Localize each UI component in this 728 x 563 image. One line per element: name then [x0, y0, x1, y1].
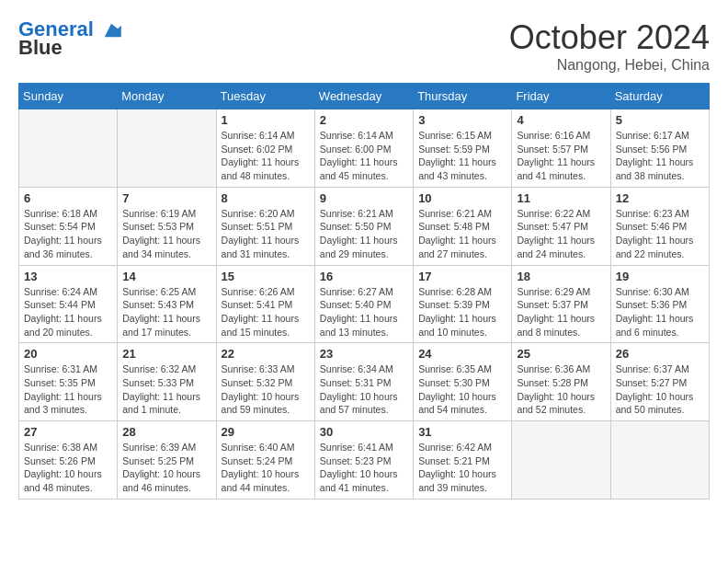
col-header-monday: Monday — [118, 84, 216, 109]
day-number: 28 — [122, 425, 210, 439]
day-info: Sunrise: 6:16 AMSunset: 5:57 PMDaylight:… — [517, 129, 605, 183]
day-info: Sunrise: 6:35 AMSunset: 5:30 PMDaylight:… — [418, 362, 506, 417]
calendar-cell: 16Sunrise: 6:27 AMSunset: 5:40 PMDayligh… — [314, 265, 413, 343]
day-number: 5 — [616, 113, 704, 127]
day-info: Sunrise: 6:31 AMSunset: 5:35 PMDaylight:… — [24, 362, 112, 417]
week-row-3: 13Sunrise: 6:24 AMSunset: 5:44 PMDayligh… — [19, 265, 710, 343]
day-number: 16 — [320, 270, 408, 283]
calendar-cell: 28Sunrise: 6:39 AMSunset: 5:25 PMDayligh… — [118, 421, 216, 500]
day-info: Sunrise: 6:34 AMSunset: 5:31 PMDaylight:… — [320, 362, 408, 417]
calendar-cell: 15Sunrise: 6:26 AMSunset: 5:41 PMDayligh… — [216, 265, 314, 343]
calendar-cell: 3Sunrise: 6:15 AMSunset: 5:59 PMDaylight… — [414, 109, 512, 188]
calendar-cell: 30Sunrise: 6:41 AMSunset: 5:23 PMDayligh… — [314, 421, 413, 500]
calendar-cell: 20Sunrise: 6:31 AMSunset: 5:35 PMDayligh… — [19, 343, 118, 421]
day-number: 20 — [24, 347, 112, 361]
day-number: 31 — [418, 425, 506, 439]
calendar-cell: 29Sunrise: 6:40 AMSunset: 5:24 PMDayligh… — [216, 421, 314, 500]
calendar-cell: 13Sunrise: 6:24 AMSunset: 5:44 PMDayligh… — [19, 265, 118, 343]
calendar-cell: 2Sunrise: 6:14 AMSunset: 6:00 PMDaylight… — [314, 109, 413, 188]
day-number: 26 — [616, 347, 704, 361]
calendar-cell: 24Sunrise: 6:35 AMSunset: 5:30 PMDayligh… — [414, 343, 512, 421]
calendar-cell — [19, 109, 118, 188]
day-number: 11 — [517, 191, 605, 205]
day-info: Sunrise: 6:27 AMSunset: 5:40 PMDaylight:… — [320, 285, 408, 339]
calendar-cell: 18Sunrise: 6:29 AMSunset: 5:37 PMDayligh… — [512, 265, 610, 343]
calendar-cell: 10Sunrise: 6:21 AMSunset: 5:48 PMDayligh… — [414, 187, 512, 265]
calendar-cell: 14Sunrise: 6:25 AMSunset: 5:43 PMDayligh… — [118, 265, 216, 343]
calendar-cell: 7Sunrise: 6:19 AMSunset: 5:53 PMDaylight… — [118, 187, 216, 265]
day-info: Sunrise: 6:20 AMSunset: 5:51 PMDaylight:… — [222, 207, 310, 261]
month-title: October 2024 — [509, 18, 710, 57]
logo-icon — [101, 22, 121, 39]
day-number: 23 — [320, 347, 408, 361]
day-info: Sunrise: 6:30 AMSunset: 5:36 PMDaylight:… — [616, 285, 704, 339]
day-number: 25 — [517, 347, 605, 361]
day-info: Sunrise: 6:25 AMSunset: 5:43 PMDaylight:… — [122, 285, 210, 339]
day-number: 24 — [418, 347, 506, 361]
day-info: Sunrise: 6:22 AMSunset: 5:47 PMDaylight:… — [517, 207, 605, 261]
day-number: 2 — [320, 113, 408, 127]
day-number: 9 — [320, 191, 408, 205]
day-number: 3 — [418, 113, 506, 127]
calendar-cell: 1Sunrise: 6:14 AMSunset: 6:02 PMDaylight… — [216, 109, 314, 188]
col-header-sunday: Sunday — [19, 84, 118, 109]
calendar-cell: 4Sunrise: 6:16 AMSunset: 5:57 PMDaylight… — [512, 109, 610, 188]
week-row-1: 1Sunrise: 6:14 AMSunset: 6:02 PMDaylight… — [19, 109, 710, 188]
calendar-cell: 25Sunrise: 6:36 AMSunset: 5:28 PMDayligh… — [512, 343, 610, 421]
day-info: Sunrise: 6:26 AMSunset: 5:41 PMDaylight:… — [222, 285, 310, 339]
day-number: 12 — [616, 191, 704, 205]
col-header-wednesday: Wednesday — [314, 84, 413, 109]
day-info: Sunrise: 6:14 AMSunset: 6:02 PMDaylight:… — [222, 129, 310, 183]
logo: General Blue — [18, 18, 121, 59]
day-info: Sunrise: 6:39 AMSunset: 5:25 PMDaylight:… — [122, 441, 210, 495]
day-info: Sunrise: 6:18 AMSunset: 5:54 PMDaylight:… — [24, 207, 112, 261]
day-info: Sunrise: 6:19 AMSunset: 5:53 PMDaylight:… — [122, 207, 210, 261]
calendar-cell — [118, 109, 216, 188]
week-row-5: 27Sunrise: 6:38 AMSunset: 5:26 PMDayligh… — [19, 421, 710, 500]
col-header-friday: Friday — [512, 84, 610, 109]
day-info: Sunrise: 6:28 AMSunset: 5:39 PMDaylight:… — [418, 285, 506, 339]
day-info: Sunrise: 6:23 AMSunset: 5:46 PMDaylight:… — [616, 207, 704, 261]
calendar-cell: 9Sunrise: 6:21 AMSunset: 5:50 PMDaylight… — [314, 187, 413, 265]
day-number: 27 — [24, 425, 112, 439]
location: Nangong, Hebei, China — [509, 57, 710, 74]
calendar-cell: 12Sunrise: 6:23 AMSunset: 5:46 PMDayligh… — [610, 187, 709, 265]
title-block: October 2024 Nangong, Hebei, China — [509, 18, 710, 74]
calendar-cell: 11Sunrise: 6:22 AMSunset: 5:47 PMDayligh… — [512, 187, 610, 265]
day-number: 10 — [418, 191, 506, 205]
calendar-table: SundayMondayTuesdayWednesdayThursdayFrid… — [18, 83, 710, 500]
day-number: 15 — [222, 270, 310, 283]
calendar-cell — [610, 421, 709, 500]
calendar-cell: 27Sunrise: 6:38 AMSunset: 5:26 PMDayligh… — [19, 421, 118, 500]
calendar-cell: 19Sunrise: 6:30 AMSunset: 5:36 PMDayligh… — [610, 265, 709, 343]
day-info: Sunrise: 6:41 AMSunset: 5:23 PMDaylight:… — [320, 441, 408, 495]
calendar-cell: 22Sunrise: 6:33 AMSunset: 5:32 PMDayligh… — [216, 343, 314, 421]
day-number: 17 — [418, 270, 506, 283]
calendar-cell: 8Sunrise: 6:20 AMSunset: 5:51 PMDaylight… — [216, 187, 314, 265]
day-number: 19 — [616, 270, 704, 283]
day-number: 7 — [122, 191, 210, 205]
calendar-header-row: SundayMondayTuesdayWednesdayThursdayFrid… — [19, 84, 710, 109]
day-info: Sunrise: 6:38 AMSunset: 5:26 PMDaylight:… — [24, 441, 112, 495]
day-number: 29 — [222, 425, 310, 439]
day-number: 4 — [517, 113, 605, 127]
calendar-cell: 17Sunrise: 6:28 AMSunset: 5:39 PMDayligh… — [414, 265, 512, 343]
day-number: 21 — [122, 347, 210, 361]
day-info: Sunrise: 6:37 AMSunset: 5:27 PMDaylight:… — [616, 362, 704, 417]
day-info: Sunrise: 6:21 AMSunset: 5:50 PMDaylight:… — [320, 207, 408, 261]
calendar-cell: 6Sunrise: 6:18 AMSunset: 5:54 PMDaylight… — [19, 187, 118, 265]
day-number: 30 — [320, 425, 408, 439]
col-header-thursday: Thursday — [414, 84, 512, 109]
calendar-cell: 26Sunrise: 6:37 AMSunset: 5:27 PMDayligh… — [610, 343, 709, 421]
day-number: 13 — [24, 270, 112, 283]
day-info: Sunrise: 6:33 AMSunset: 5:32 PMDaylight:… — [222, 362, 310, 417]
day-number: 22 — [222, 347, 310, 361]
calendar-cell: 5Sunrise: 6:17 AMSunset: 5:56 PMDaylight… — [610, 109, 709, 188]
day-info: Sunrise: 6:40 AMSunset: 5:24 PMDaylight:… — [222, 441, 310, 495]
day-info: Sunrise: 6:21 AMSunset: 5:48 PMDaylight:… — [418, 207, 506, 261]
day-info: Sunrise: 6:17 AMSunset: 5:56 PMDaylight:… — [616, 129, 704, 183]
day-info: Sunrise: 6:29 AMSunset: 5:37 PMDaylight:… — [517, 285, 605, 339]
svg-marker-0 — [105, 24, 121, 37]
day-info: Sunrise: 6:32 AMSunset: 5:33 PMDaylight:… — [122, 362, 210, 417]
day-info: Sunrise: 6:36 AMSunset: 5:28 PMDaylight:… — [517, 362, 605, 417]
